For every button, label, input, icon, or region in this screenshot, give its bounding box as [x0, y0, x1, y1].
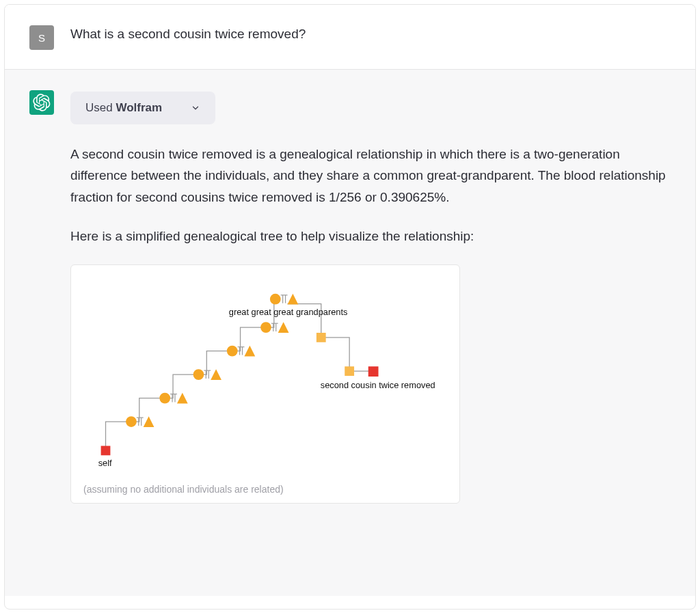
- chat-container: S What is a second cousin twice removed?…: [4, 4, 696, 610]
- svg-point-25: [270, 294, 281, 305]
- svg-rect-30: [317, 333, 326, 342]
- svg-point-20: [260, 323, 271, 333]
- assistant-message-row: Used Wolfram A second cousin twice remov…: [5, 70, 695, 596]
- svg-marker-19: [244, 346, 255, 357]
- user-message-text: What is a second cousin twice removed?: [70, 27, 671, 42]
- svg-point-5: [159, 393, 170, 404]
- diagram-caption: (assuming no additional individuals are …: [83, 484, 447, 495]
- svg-marker-4: [144, 417, 154, 428]
- target-label: second cousin twice removed: [321, 380, 435, 390]
- openai-logo-icon: [33, 94, 51, 111]
- genealogy-diagram-card: self: [70, 264, 460, 504]
- svg-marker-24: [278, 323, 289, 333]
- assistant-paragraph-1: A second cousin twice removed is a genea…: [70, 144, 671, 208]
- plugin-label: Used Wolfram: [85, 101, 162, 115]
- self-label: self: [98, 458, 112, 468]
- svg-marker-14: [211, 370, 221, 381]
- svg-point-0: [126, 417, 137, 428]
- self-node: [101, 446, 111, 456]
- assistant-paragraph-2: Here is a simplified genealogical tree t…: [70, 226, 671, 247]
- target-node: [368, 367, 379, 377]
- chevron-down-icon: [191, 103, 200, 113]
- assistant-text-block: A second cousin twice removed is a genea…: [70, 144, 671, 247]
- svg-marker-29: [288, 294, 299, 305]
- user-avatar: S: [29, 25, 54, 50]
- svg-marker-9: [177, 393, 188, 404]
- user-content: What is a second cousin twice removed?: [70, 24, 671, 42]
- top-ancestor-label: great great great grandparents: [229, 308, 348, 318]
- svg-point-10: [193, 370, 204, 381]
- svg-rect-31: [345, 367, 354, 377]
- assistant-avatar: [29, 90, 54, 115]
- user-avatar-letter: S: [38, 32, 45, 44]
- user-message-row: S What is a second cousin twice removed?: [5, 5, 695, 70]
- genealogy-diagram: self: [83, 279, 447, 477]
- assistant-content: Used Wolfram A second cousin twice remov…: [70, 89, 671, 504]
- svg-point-15: [227, 346, 238, 357]
- plugin-chip[interactable]: Used Wolfram: [70, 92, 215, 124]
